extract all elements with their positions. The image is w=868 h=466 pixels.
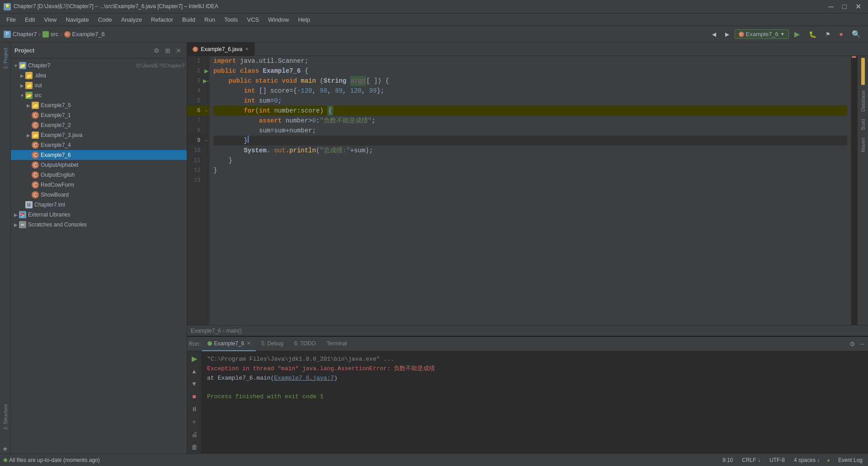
tree-item-out[interactable]: ▶ 📁 out xyxy=(11,80,187,90)
run-wrap-button[interactable]: ≡ xyxy=(189,416,200,427)
run-scroll-up[interactable]: ▲ xyxy=(189,366,200,377)
tree-item-outputalphabet[interactable]: C OutputAlphabet xyxy=(11,160,187,170)
breadcrumb-file[interactable]: Example7_6 xyxy=(72,31,105,38)
menu-refactor[interactable]: Refactor xyxy=(146,14,178,25)
tree-item-iml[interactable]: ▶ M Chapter7.iml xyxy=(11,200,187,210)
right-label-build[interactable]: Build xyxy=(859,115,867,133)
tree-item-outputenglish[interactable]: C OutputEnglish xyxy=(11,170,187,180)
code-line-2: public class Example7_6 { xyxy=(213,66,847,76)
code-content[interactable]: import java.util.Scanner; public class E… xyxy=(210,56,851,325)
tree-item-redcowform[interactable]: C RedCowForm xyxy=(11,180,187,190)
run-stop-button[interactable]: ■ xyxy=(189,391,200,402)
fold-icon-6[interactable]: − xyxy=(205,108,208,113)
menu-code[interactable]: Code xyxy=(94,14,117,25)
token-num-120: -120 xyxy=(297,86,312,96)
bottom-tab-debug[interactable]: 5: Debug xyxy=(256,337,289,351)
tree-item-extlibs[interactable]: ▶ 📚 External Libraries xyxy=(11,210,187,220)
search-button[interactable]: 🔍 xyxy=(848,28,864,40)
menu-navigate[interactable]: Navigate xyxy=(61,14,93,25)
run-pause-button[interactable]: ⏸ xyxy=(189,404,200,414)
menu-vcs[interactable]: VCS xyxy=(242,14,264,25)
bottom-settings-button[interactable]: ⚙ xyxy=(848,339,857,348)
tree-item-example74[interactable]: C Example7_4 xyxy=(11,140,187,150)
arrow-extlibs: ▶ xyxy=(13,212,19,217)
minimize-button[interactable]: ─ xyxy=(825,2,837,11)
arrow-example75: ▶ xyxy=(25,103,32,108)
right-label-maven[interactable]: Maven xyxy=(859,134,867,156)
run-button[interactable]: ▶ xyxy=(791,28,803,40)
debug-button[interactable]: 🐛 xyxy=(805,29,820,39)
tab-close-button[interactable]: ✕ xyxy=(245,47,249,52)
project-icon: P xyxy=(4,31,11,38)
tree-item-idea[interactable]: ▶ 📁 .idea xyxy=(11,71,187,80)
tree-item-chapter7[interactable]: ▼ 📁 Chapter7 D:\Java练习\Chapter7 xyxy=(11,61,187,71)
fold-icon-9[interactable]: − xyxy=(205,138,208,143)
tree-item-scratches[interactable]: ▶ ✏ Scratches and Consoles xyxy=(11,220,187,230)
menu-window[interactable]: Window xyxy=(264,14,293,25)
menu-tools[interactable]: Tools xyxy=(220,14,242,25)
status-line-ending[interactable]: CRLF ↓ xyxy=(740,456,762,464)
panel-settings-button[interactable]: ⚙ xyxy=(152,46,161,55)
line-num-12: 12 xyxy=(187,167,203,174)
close-button[interactable]: ✕ xyxy=(852,2,864,11)
nav-forward-button[interactable]: ▶ xyxy=(722,30,733,39)
run-print-button[interactable]: 🖨 xyxy=(189,429,200,440)
bottom-minimize-button[interactable]: ─ xyxy=(858,339,866,348)
panel-layout-button[interactable]: ⊞ xyxy=(163,46,172,55)
editor-scrollbar[interactable] xyxy=(851,56,857,325)
coverage-button[interactable]: ⚑ xyxy=(822,30,834,39)
status-position[interactable]: 9:10 xyxy=(721,456,735,464)
run-config-selector[interactable]: C Example7_6 ▼ xyxy=(735,29,789,39)
run-scroll-down[interactable]: ▼ xyxy=(189,378,200,389)
menu-run[interactable]: Run xyxy=(200,14,220,25)
tree-item-src[interactable]: ▼ 📂 src xyxy=(11,90,187,100)
stop-button[interactable]: ■ xyxy=(836,30,846,39)
redcowform-icon: C xyxy=(32,181,39,188)
right-indicator[interactable] xyxy=(861,58,865,85)
tree-item-example73[interactable]: ▶ 📁 Example7_3.java xyxy=(11,130,187,140)
status-indent[interactable]: 4 spaces ↓ xyxy=(792,456,821,464)
menu-file[interactable]: File xyxy=(2,14,20,25)
right-label-database[interactable]: Database xyxy=(859,87,867,115)
bottom-tab-run[interactable]: Example7_6 ✕ xyxy=(202,337,256,351)
tree-label-example76: Example7_6 xyxy=(41,152,185,158)
run-gutter-icon-2[interactable]: ▶ xyxy=(204,68,208,74)
tree-item-showboard[interactable]: C ShowBoard xyxy=(11,190,187,200)
menu-view[interactable]: View xyxy=(39,14,61,25)
structure-panel-toggle[interactable]: 2: Structure xyxy=(1,400,10,433)
project-panel-toggle[interactable]: 1: Project xyxy=(1,44,10,72)
panel-close-button[interactable]: ✕ xyxy=(174,46,183,55)
token-zero: 0 xyxy=(274,96,278,106)
nav-back-button[interactable]: ◀ xyxy=(708,30,720,39)
extlibs-icon: 📚 xyxy=(19,211,26,218)
menu-build[interactable]: Build xyxy=(178,14,200,25)
run-play-button[interactable]: ▶ xyxy=(189,353,200,364)
tree-item-example71[interactable]: C Example7_1 xyxy=(11,110,187,120)
bottom-tabs-header: Run: Example7_6 ✕ 5: Debug 6: TODO Termi… xyxy=(187,337,868,351)
breadcrumb-chapter7[interactable]: Chapter7 xyxy=(13,31,37,38)
example76-icon: C xyxy=(32,151,39,159)
editor-tab-example76[interactable]: C Example7_6.java ✕ xyxy=(187,42,255,56)
bottom-tab-terminal[interactable]: Terminal xyxy=(321,337,352,351)
run-clear-button[interactable]: 🗑 xyxy=(189,442,200,452)
favorites-toggle[interactable]: ★ xyxy=(1,444,10,453)
event-log-link[interactable]: Event Log xyxy=(836,456,864,464)
tree-item-example72[interactable]: C Example7_2 xyxy=(11,120,187,130)
menu-edit[interactable]: Edit xyxy=(20,14,39,25)
run-gutter-icon-3[interactable]: ▶ xyxy=(203,78,207,84)
tree-item-example76[interactable]: C Example7_6 xyxy=(11,150,187,160)
menu-help[interactable]: Help xyxy=(293,14,315,25)
src-folder-icon: 📂 xyxy=(25,92,33,99)
maximize-button[interactable]: □ xyxy=(838,2,851,11)
iml-icon: M xyxy=(25,201,33,208)
arrow-example73: ▶ xyxy=(25,133,32,138)
fold-icon-3[interactable]: − xyxy=(207,79,210,84)
breadcrumb-src[interactable]: src xyxy=(51,31,58,38)
bottom-tab-todo[interactable]: 6: TODO xyxy=(289,337,321,351)
line-numbers: 1 2 ▶ 3 ▶ − xyxy=(187,56,209,185)
tree-item-example75[interactable]: ▶ 📁 Example7_5 xyxy=(11,100,187,110)
run-tab-close[interactable]: ✕ xyxy=(247,341,250,346)
run-output-link[interactable]: Example7_6.java:7 xyxy=(274,375,334,381)
menu-analyze[interactable]: Analyze xyxy=(117,14,146,25)
status-encoding[interactable]: UTF-8 xyxy=(768,456,787,464)
